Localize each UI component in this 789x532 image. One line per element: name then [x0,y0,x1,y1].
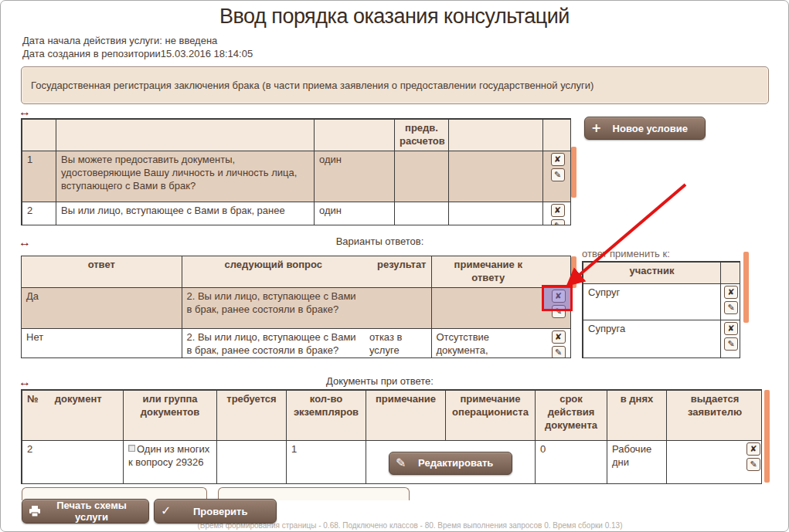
questions-col-actions [543,120,572,151]
answer-result: отказ в услуге [365,328,431,358]
edit-participant-button[interactable]: ✎ [724,337,738,351]
documents-col-days: в днях [607,391,667,441]
question-row-1: 1 Вы можете предоставить документы, удос… [22,151,572,202]
documents-col-num-doc: №документ [22,391,124,441]
question-text: Вы или лицо, вступающее с Вами в брак, р… [56,202,315,225]
repository-date-value: 15.03.2016 18:14:05 [161,48,253,59]
answer-row-no: Нет 2. Вы или лицо, вступающее с Вами в … [22,328,571,358]
document-days: Рабочие дни [607,441,667,485]
edit-answer-button[interactable]: ✎ [552,305,566,318]
questions-col-extra [449,120,543,151]
participants-scrollbar-track[interactable] [743,252,749,358]
answers-table: ответ следующий вопрос результат примеча… [22,256,571,358]
questions-col-question [56,120,315,151]
questions-scrollbar-thumb[interactable] [571,147,576,198]
participants-table-container: участник Супруг ✘ ✎ Супруга ✘ ✎ [582,261,740,358]
group-marker-icon [128,445,135,452]
answers-col-result: результат [365,256,431,287]
resize-handle-icon[interactable]: ↔ [19,376,31,388]
edit-document-button[interactable]: ✎ Редактировать [389,452,512,475]
question-row-2: 2 Вы или лицо, вступающее с Вами в брак,… [22,202,572,225]
answers-section-title: Варианты ответов: [21,236,739,247]
participant-name: Супруга [583,320,721,359]
documents-col-validity: срок действия документа [536,391,607,441]
answers-col-actions [545,256,571,287]
edit-answer-button[interactable]: ✎ [552,346,566,358]
answers-scrollbar-track[interactable] [571,256,576,358]
check-button[interactable]: ✓ Проверить [154,499,277,524]
resize-handle-icon[interactable]: ↔ [19,106,31,118]
documents-table: №документ или группа документов требуетс… [22,390,762,484]
documents-scrollbar-track[interactable] [764,389,770,483]
check-label: Проверить [171,506,270,517]
question-text: Вы можете предоставить документы, удосто… [56,151,315,202]
repository-date: Дата создания в репозитории15.03.2016 18… [22,48,253,59]
delete-answer-button[interactable]: ✘ [552,330,566,344]
documents-col-issued: выдается заявителю [667,391,763,441]
document-validity: 0 [536,441,607,485]
answer-next-question: 2. Вы или лицо, вступающее с Вами в брак… [182,328,365,358]
documents-col-note: примечание [366,391,446,441]
edit-question-button[interactable]: ✎ [551,219,565,225]
answers-table-container: ответ следующий вопрос результат примеча… [21,256,571,358]
answer-result [365,287,431,328]
new-condition-button[interactable]: + Новое условие [584,117,706,140]
printer-icon [29,506,41,517]
questions-scrollbar-track[interactable] [571,118,576,225]
edit-question-button[interactable]: ✎ [551,168,565,181]
answer-note: Отсутствие документа, удостоверяющего ли… [431,328,545,358]
questions-col-type [315,120,395,151]
service-name-text: Государственная регистрация заключения б… [31,80,593,91]
documents-col-doc: документ [39,393,119,406]
repository-date-label: Дата создания в репозитории [22,48,161,59]
delete-answer-button[interactable]: ✘ [552,290,566,303]
document-number: 2 [22,441,124,485]
edit-document-label: Редактировать [406,457,505,469]
check-icon: ✓ [161,505,171,517]
document-required [217,441,287,485]
resize-handle-icon[interactable]: ↔ [19,236,31,249]
question-number: 2 [22,202,56,225]
documents-col-group: или группа документов [124,391,217,441]
question-number: 1 [22,151,56,202]
delete-document-button[interactable]: ✘ [746,442,760,456]
print-scheme-label: Печать схемы услуги [41,500,142,523]
print-scheme-button[interactable]: Печать схемы услуги [22,499,149,524]
plus-icon: + [591,122,601,134]
answer-value: Да [22,287,182,328]
delete-question-button[interactable]: ✘ [551,153,565,166]
documents-table-container: №документ или группа документов требуетс… [21,389,762,484]
delete-question-button[interactable]: ✘ [551,204,565,217]
documents-col-num: № [27,393,39,406]
apply-to-label: ответ применить к: [582,248,670,259]
new-condition-label: Новое условие [601,123,699,134]
document-group-text: Один из многих к вопросу 29326 [128,443,209,468]
document-row: 2 Один из многих к вопросу 29326 1 ✎ Ред… [22,441,763,485]
documents-scrollbar-thumb[interactable] [764,390,770,483]
document-note-cell: ✎ Редактировать [366,441,536,485]
question-type: один [315,202,395,225]
page: Ввод порядка оказания консультаций Дата … [0,0,789,532]
documents-col-operator-note: примечание операциониста [446,391,536,441]
answers-col-note: примечание к ответу [431,256,545,287]
questions-table: предв. расчетов 1 Вы можете предоставить… [22,119,571,225]
participant-row: Супруга ✘ ✎ [583,320,741,359]
documents-section-title: Документы при ответе: [21,375,739,387]
service-name-box: Государственная регистрация заключения б… [21,66,769,104]
edit-document-row-button[interactable]: ✎ [746,458,760,471]
participants-table: участник Супруг ✘ ✎ Супруга ✘ ✎ [583,262,740,358]
edit-participant-button[interactable]: ✎ [724,301,738,314]
answer-note [431,287,545,328]
service-start-date: Дата начала действия услуги: не введена [22,35,217,46]
answer-next-question: 2. Вы или лицо, вступающее с Вами в брак… [182,287,365,328]
document-group: Один из многих к вопросу 29326 [124,441,217,485]
participants-scrollbar-thumb[interactable] [743,252,749,323]
questions-col-prelim: предв. расчетов [395,120,449,151]
answers-col-next-question: следующий вопрос [182,256,365,287]
answers-scrollbar-thumb[interactable] [571,256,576,288]
answers-col-answer: ответ [22,256,182,287]
question-type: один [315,151,395,202]
delete-participant-button[interactable]: ✘ [724,322,738,335]
delete-participant-button[interactable]: ✘ [724,286,738,299]
document-copies: 1 [287,441,366,485]
